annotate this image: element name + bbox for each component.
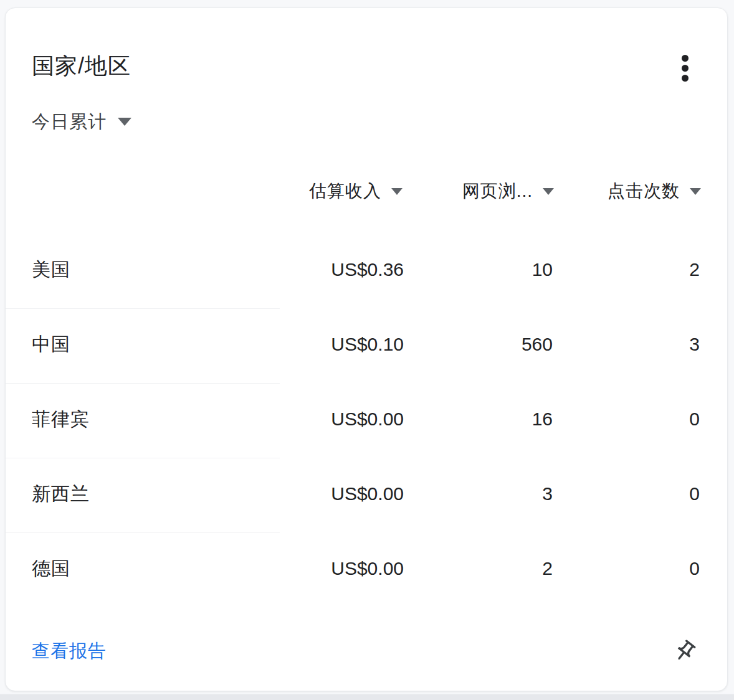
country-cell: 美国 [6, 234, 280, 306]
kebab-dot [682, 65, 689, 72]
page-title: 国家/地区 [32, 52, 727, 80]
clicks-cell: 0 [580, 532, 727, 605]
revenue-cell: US$0.10 [280, 308, 429, 381]
caret-down-icon [118, 118, 131, 126]
column-header-revenue[interactable]: 估算收入 [280, 179, 429, 203]
revenue-cell: US$0.00 [280, 383, 429, 455]
table-body: 美国 US$0.36 10 2 中国 US$0.10 560 3 菲律宾 US$… [6, 234, 727, 605]
clicks-cell: 0 [580, 383, 727, 455]
caret-down-icon [391, 188, 403, 195]
pageviews-cell: 16 [429, 383, 580, 455]
caret-down-icon [690, 188, 701, 195]
clicks-cell: 0 [580, 458, 727, 530]
date-range-selector[interactable]: 今日累计 [32, 109, 131, 134]
table-header-row: 估算收入 网页浏... 点击次数 [6, 174, 727, 209]
pageviews-cell: 3 [429, 458, 580, 530]
column-header-clicks[interactable]: 点击次数 [580, 179, 727, 203]
kebab-dot [682, 75, 689, 82]
country-cell: 德国 [6, 532, 280, 605]
column-header-label: 网页浏... [462, 179, 533, 203]
clicks-cell: 2 [580, 234, 727, 306]
revenue-cell: US$0.00 [280, 458, 429, 530]
date-range-label: 今日累计 [32, 109, 107, 134]
kebab-menu-icon[interactable] [670, 49, 700, 87]
view-report-link[interactable]: 查看报告 [32, 639, 107, 664]
clicks-cell: 3 [580, 308, 727, 381]
revenue-cell: US$0.36 [280, 234, 429, 306]
card-footer: 查看报告 [6, 636, 727, 667]
caret-down-icon [543, 188, 554, 195]
column-header-pageviews[interactable]: 网页浏... [429, 179, 580, 203]
column-header-label: 点击次数 [608, 179, 680, 203]
country-cell: 中国 [6, 308, 280, 381]
card-header: 国家/地区 [6, 8, 727, 80]
pageviews-cell: 10 [429, 234, 580, 306]
country-cell: 菲律宾 [6, 383, 280, 455]
pageviews-cell: 2 [429, 532, 580, 605]
revenue-cell: US$0.00 [280, 532, 429, 605]
column-header-label: 估算收入 [309, 179, 381, 203]
country-cell: 新西兰 [6, 458, 280, 530]
push-pin-icon[interactable] [671, 638, 698, 665]
window-edge [0, 694, 734, 700]
pageviews-cell: 560 [429, 308, 580, 381]
country-region-card: 国家/地区 今日累计 估算收入 网页浏... 点击次数 美国 US$0.36 1… [5, 7, 728, 691]
kebab-dot [682, 55, 689, 62]
